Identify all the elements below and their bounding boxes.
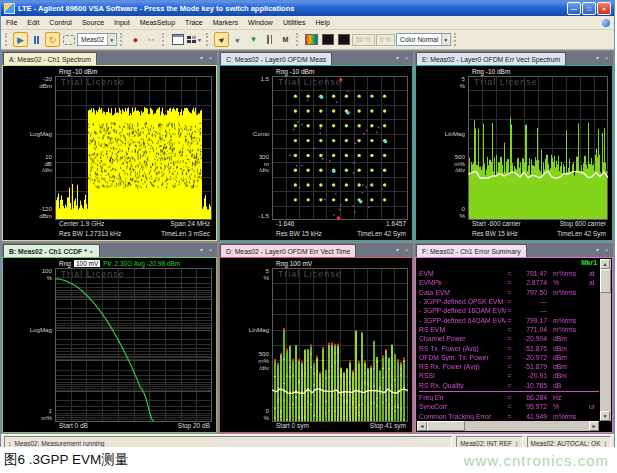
scrollbar-thumb[interactable]	[427, 421, 465, 431]
range-value: Rng 100 mV	[276, 260, 312, 267]
close-button[interactable]: ×	[597, 2, 611, 15]
band-bars-icon	[267, 35, 272, 44]
err-vect-time-plot[interactable]: Trial License	[272, 268, 408, 422]
minimize-button[interactable]: —	[567, 2, 581, 15]
record-button[interactable]: ●	[128, 32, 143, 47]
ccdf-plot[interactable]: Trial License	[55, 268, 212, 422]
spectrogram-colors-button[interactable]	[304, 32, 319, 47]
marker-peak-button[interactable]: ▼	[246, 32, 261, 47]
pin-icon[interactable]: ▾	[197, 244, 206, 257]
single-layout-button[interactable]	[170, 32, 185, 47]
menu-item-help[interactable]: Help	[311, 19, 335, 26]
figure-caption: 图6 .3GPP EVM测量	[4, 451, 128, 469]
page: LTE - Agilent 89600 VSA Software - Press…	[0, 0, 617, 473]
menu-item-meassetup[interactable]: MeasSetup	[135, 19, 180, 26]
menu-item-utilities[interactable]: Utilities	[278, 19, 311, 26]
menu-item-markers[interactable]: Markers	[208, 19, 243, 26]
panel-tab-ccdf[interactable]: B: Meas02 - Ch1 CCDF *▲	[3, 244, 100, 257]
panel-tab-err-time[interactable]: D: Meas02 - Layer0 OFDM Err Vect Time	[220, 244, 356, 257]
pin-icon[interactable]: ▾	[593, 244, 602, 257]
selection-tool-button[interactable]	[61, 32, 76, 47]
restart-icon: ↻	[49, 35, 57, 45]
close-icon[interactable]: ×	[602, 244, 611, 257]
menu-item-file[interactable]: File	[1, 19, 22, 26]
panel-tab-err-spectrum[interactable]: E: Meas02 - Layer0 OFDM Err Vect Spectru…	[416, 52, 566, 65]
pin-icon[interactable]: ▾	[393, 52, 402, 65]
toolbar-grip[interactable]	[454, 33, 458, 46]
scrollbar-thumb[interactable]	[600, 269, 611, 293]
vsa-application-window: LTE - Agilent 89600 VSA Software - Press…	[0, 0, 615, 447]
play-icon: ▶	[17, 35, 24, 45]
menu-item-control[interactable]: Control	[44, 19, 77, 26]
spinner-icon[interactable]: ↕	[515, 440, 519, 447]
menu-item-source[interactable]: Source	[77, 19, 109, 26]
error-summary-content: Mkr1 EVM=791.47m%rmsatEVMPk=2.8774%atDat…	[416, 258, 612, 432]
close-icon[interactable]: ×	[206, 244, 215, 257]
pin-icon[interactable]: ▾	[393, 244, 402, 257]
menu-item-window[interactable]: Window	[243, 19, 278, 26]
restore-button[interactable]: □	[582, 2, 596, 15]
toolbar-grip[interactable]	[5, 33, 9, 46]
error-summary-row: RS Rx. Quality=-10.765dB	[419, 381, 599, 390]
toolbar-grip[interactable]	[162, 33, 166, 46]
trace-background-alt-button[interactable]	[336, 32, 351, 47]
spinner-icon[interactable]: ↕	[604, 440, 608, 447]
marker-move-button[interactable]: ►	[230, 32, 245, 47]
help-icon[interactable]	[602, 19, 610, 27]
grid-layout-button[interactable]: ▼	[186, 32, 203, 47]
horizontal-scrollbar[interactable]: ◄ ►	[417, 421, 599, 431]
pin-icon[interactable]: ▾	[197, 52, 206, 65]
range-label: Rng	[59, 260, 71, 267]
panel-body: Rng -10 dBm 5% LinMag 500m%/div 0% Trial…	[415, 65, 613, 241]
scroll-left-icon[interactable]: ◄	[417, 421, 427, 431]
scroll-right-icon[interactable]: ►	[589, 421, 599, 431]
vertical-scrollbar[interactable]: ▲ ▼	[600, 259, 611, 421]
close-icon[interactable]: ×	[402, 52, 411, 65]
chevron-down-icon: ▼	[107, 34, 115, 45]
quad-window-icon	[187, 36, 196, 43]
panel-header: C: Meas02 - Layer0 OFDM Meas ▾ ×	[219, 51, 413, 65]
color-scheme-select[interactable]: Color Normal▼	[396, 33, 451, 46]
single-window-icon	[172, 34, 184, 45]
panel-title: D: Meas02 - Layer0 OFDM Err Vect Time	[226, 248, 350, 255]
scroll-up-icon[interactable]: ▲	[600, 259, 610, 269]
err-vect-spectrum-plot[interactable]: Trial License	[468, 76, 608, 220]
menu-items: FileEditControlSourceInputMeasSetupTrace…	[1, 19, 335, 26]
menu-item-input[interactable]: Input	[109, 19, 135, 26]
range-value-selected[interactable]: 100 mV	[74, 260, 100, 267]
marker-pointer-button[interactable]: ►	[214, 32, 229, 47]
toolbar-grip[interactable]	[296, 33, 300, 46]
spinner-icon[interactable]: ↕	[8, 440, 12, 447]
playback-button[interactable]: ▪▪	[144, 32, 159, 47]
toolbar-grip[interactable]	[206, 33, 210, 46]
toolbar-grip[interactable]	[120, 33, 124, 46]
panel-tab-constellation[interactable]: C: Meas02 - Layer0 OFDM Meas	[220, 52, 332, 65]
menu-item-trace[interactable]: Trace	[180, 19, 208, 26]
y-axis-labels: -20dBm LogMag 10dB/div -120dBm	[3, 76, 55, 220]
band-markers-button[interactable]	[262, 32, 277, 47]
x-axis-footer: -1.6461.6457	[220, 220, 412, 230]
spectrum-plot[interactable]: Trial License	[55, 76, 212, 220]
title-bar[interactable]: LTE - Agilent 89600 VSA Software - Press…	[1, 1, 614, 16]
pause-button[interactable]	[29, 32, 44, 47]
play-button[interactable]: ▶	[13, 32, 28, 47]
panel-title: C: Meas02 - Layer0 OFDM Meas	[226, 56, 326, 63]
trace-background-button[interactable]	[320, 32, 335, 47]
scroll-down-icon[interactable]: ▼	[600, 411, 610, 421]
peak-average-readout: Pk: 2.30G Avg -20.98 dBm	[103, 260, 180, 267]
panel-ch1-spectrum: A: Meas02 - Ch1 Spectrum ▾ × Rng -10 dBm…	[2, 51, 217, 241]
measurement-select[interactable]: Meas02▼	[77, 33, 117, 46]
marker-to-button[interactable]: M	[278, 32, 293, 47]
close-icon[interactable]: ×	[206, 52, 215, 65]
restart-button[interactable]: ↻	[45, 32, 60, 47]
close-icon[interactable]: ×	[402, 244, 411, 257]
pin-icon[interactable]: ▾	[593, 52, 602, 65]
panel-tab-spectrum[interactable]: A: Meas02 - Ch1 Spectrum	[3, 52, 97, 65]
menu-item-edit[interactable]: Edit	[22, 19, 44, 26]
panel-body: Rng 100 mV Pk: 2.30G Avg -20.98 dBm 100%…	[2, 257, 217, 433]
panel-tab-error-summary[interactable]: F: Meas02 - Ch1 Error Summary	[416, 244, 527, 257]
constellation-plot[interactable]: Trial License	[272, 76, 408, 220]
close-icon[interactable]: ×	[602, 52, 611, 65]
y-axis-labels: 5% LinMag 500m%/div 0%	[416, 76, 468, 220]
measurement-workspace: A: Meas02 - Ch1 Spectrum ▾ × Rng -10 dBm…	[1, 50, 614, 434]
